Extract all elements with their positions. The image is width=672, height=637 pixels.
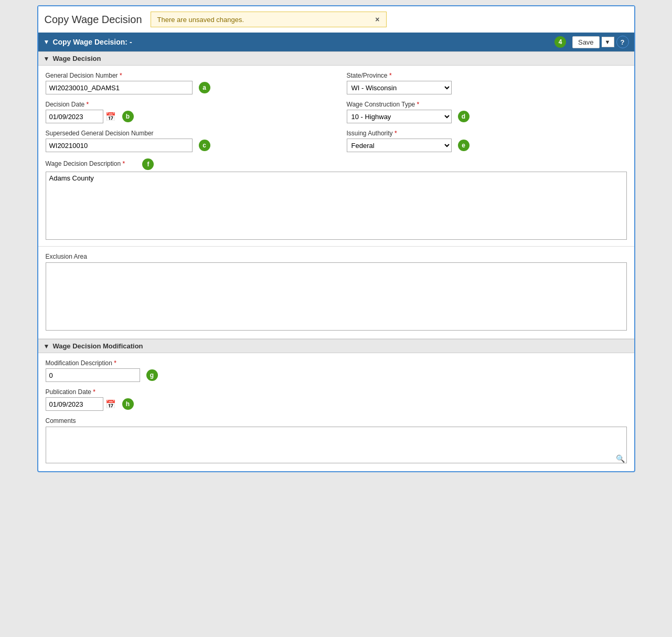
wage-decision-subsection-label: Wage Decision <box>52 55 101 62</box>
modification-subsection-label: Wage Decision Modification <box>52 342 143 350</box>
superseded-row: c <box>46 139 326 152</box>
general-decision-number-input[interactable] <box>46 81 193 94</box>
annotation-g: g <box>146 369 158 381</box>
annotation-f: f <box>142 158 154 170</box>
save-dropdown-button[interactable]: ▼ <box>602 37 614 47</box>
help-button[interactable]: ? <box>616 36 629 48</box>
annotation-h: h <box>122 398 134 410</box>
form-row-3: Superseded General Decision Number c Iss… <box>46 130 627 152</box>
superseded-label: Superseded General Decision Number <box>46 130 326 137</box>
modification-form-content: Modification Description * g Publication… <box>38 353 634 471</box>
pub-date-row: 📅 h <box>46 397 627 411</box>
wage-construction-type-group: Wage Construction Type * 10 - Highway 20… <box>347 101 627 123</box>
form-row-1: General Decision Number * a State/Provin… <box>46 72 627 94</box>
comments-textarea-wrapper: 🔍 <box>46 427 627 465</box>
state-province-group: State/Province * WI - Wisconsin <box>347 72 627 94</box>
wage-description-group: Wage Decision Description * f Adams Coun… <box>46 158 627 240</box>
bar-left: ▼ Copy Wage Decision: - <box>44 38 132 46</box>
decision-date-row: 📅 b <box>46 110 326 123</box>
state-province-label: State/Province * <box>347 72 627 79</box>
exclusion-section: Exclusion Area <box>38 247 634 339</box>
decision-date-label: Decision Date * <box>46 101 326 108</box>
collapse-chevron-icon[interactable]: ▼ <box>44 38 50 46</box>
unsaved-banner: There are unsaved changes. × <box>151 12 387 27</box>
exclusion-area-textarea[interactable] <box>46 262 627 331</box>
wage-description-textarea[interactable]: Adams County <box>46 172 627 240</box>
pub-date-label: Publication Date * <box>46 388 627 396</box>
pub-date-calendar-icon[interactable]: 📅 <box>105 399 116 409</box>
page-title: Copy Wage Decision <box>45 14 142 26</box>
annotation-e: e <box>458 140 470 151</box>
general-decision-number-row: a <box>46 81 326 94</box>
form-content: General Decision Number * a State/Provin… <box>38 66 634 247</box>
comments-label: Comments <box>46 417 627 424</box>
annotation-c: c <box>199 140 210 151</box>
annotation-4: 4 <box>554 36 566 48</box>
superseded-input[interactable] <box>46 139 193 152</box>
search-in-comments-icon[interactable]: 🔍 <box>616 454 625 463</box>
decision-date-calendar-icon[interactable]: 📅 <box>105 112 116 122</box>
decision-date-group: Decision Date * 📅 b <box>46 101 326 123</box>
pub-date-group: Publication Date * 📅 h <box>46 388 627 411</box>
annotation-a: a <box>199 82 210 93</box>
modification-subsection-bar: ▼ Wage Decision Modification <box>38 339 634 353</box>
annotation-d: d <box>458 111 470 122</box>
bar-right: 4 Save ▼ ? <box>554 36 629 48</box>
mod-description-label: Modification Description * <box>46 359 627 367</box>
section-bar-title: Copy Wage Decision: - <box>52 38 132 46</box>
wage-decision-collapse-icon[interactable]: ▼ <box>44 55 50 62</box>
issuing-authority-row: Federal State Local e <box>347 139 627 152</box>
unsaved-message: There are unsaved changes. <box>157 16 244 24</box>
issuing-authority-select[interactable]: Federal State Local <box>347 139 452 152</box>
wage-decision-subsection-bar: ▼ Wage Decision <box>38 51 634 66</box>
wage-description-label: Wage Decision Description * f <box>46 158 627 170</box>
form-row-2: Decision Date * 📅 b Wage Construction Ty… <box>46 101 627 123</box>
close-unsaved-button[interactable]: × <box>375 15 379 24</box>
page-header: Copy Wage Decision There are unsaved cha… <box>38 6 634 33</box>
exclusion-label: Exclusion Area <box>46 253 627 260</box>
general-decision-number-label: General Decision Number * <box>46 72 326 79</box>
mod-description-group: Modification Description * g <box>46 359 627 382</box>
mod-description-input[interactable] <box>46 368 140 382</box>
modification-collapse-icon[interactable]: ▼ <box>44 343 50 350</box>
annotation-b: b <box>122 111 134 122</box>
wage-construction-row: 10 - Highway 20 - Building 30 - Resident… <box>347 110 627 123</box>
page-wrapper: Copy Wage Decision There are unsaved cha… <box>37 5 635 472</box>
decision-date-input[interactable] <box>46 110 103 123</box>
mod-description-row: g <box>46 368 627 382</box>
wage-construction-type-label: Wage Construction Type * <box>347 101 627 108</box>
general-decision-number-group: General Decision Number * a <box>46 72 326 94</box>
wage-construction-select[interactable]: 10 - Highway 20 - Building 30 - Resident… <box>347 110 452 123</box>
issuing-authority-label: Issuing Authority * <box>347 130 627 137</box>
save-button[interactable]: Save <box>572 36 600 48</box>
state-province-select[interactable]: WI - Wisconsin <box>347 81 452 94</box>
section-bar: ▼ Copy Wage Decision: - 4 Save ▼ ? <box>38 33 634 51</box>
superseded-group: Superseded General Decision Number c <box>46 130 326 152</box>
comments-section: Comments 🔍 <box>46 417 627 465</box>
comments-textarea[interactable] <box>46 427 627 463</box>
pub-date-input[interactable] <box>46 397 103 411</box>
issuing-authority-group: Issuing Authority * Federal State Local … <box>347 130 627 152</box>
